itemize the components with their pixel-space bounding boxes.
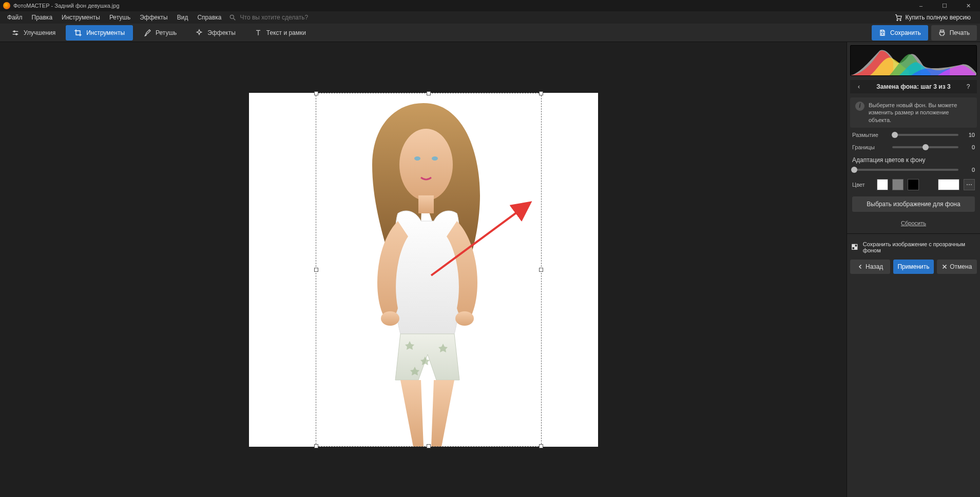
- maximize-button[interactable]: ☐: [933, 0, 956, 11]
- reset-button[interactable]: Сбросить: [852, 218, 975, 228]
- chevron-left-icon: [857, 264, 863, 270]
- svg-rect-21: [855, 244, 857, 247]
- handle-top-center[interactable]: [427, 91, 431, 95]
- tab-text[interactable]: Текст и рамки: [246, 25, 314, 41]
- main-area: ‹ Замена фона: шаг 3 из 3 ? i Выберите н…: [0, 42, 980, 497]
- minimize-icon: –: [919, 3, 923, 9]
- menu-bar: Файл Правка Инструменты Ретушь Эффекты В…: [0, 11, 980, 24]
- handle-middle-right[interactable]: [539, 268, 543, 272]
- right-panel: ‹ Замена фона: шаг 3 из 3 ? i Выберите н…: [847, 42, 980, 497]
- slider-track[interactable]: [892, 146, 958, 148]
- color-picker-button[interactable]: ⋯: [964, 179, 975, 190]
- menu-view[interactable]: Вид: [173, 13, 193, 22]
- handle-bottom-right[interactable]: [539, 444, 543, 448]
- slider-adapt: Адаптация цветов к фону 0: [852, 156, 975, 173]
- cancel-button[interactable]: Отмена: [937, 260, 977, 274]
- swatch-gray[interactable]: [892, 179, 904, 190]
- close-icon: ✕: [966, 3, 971, 9]
- current-color-swatch[interactable]: [938, 179, 959, 190]
- slider-track[interactable]: [892, 134, 958, 136]
- menu-effects[interactable]: Эффекты: [136, 13, 172, 22]
- svg-point-0: [230, 15, 234, 18]
- slider-value: 0: [963, 144, 975, 150]
- svg-line-1: [233, 18, 235, 21]
- save-transparent-button[interactable]: Сохранить изображение с прозрачным фоном: [850, 239, 977, 255]
- handle-bottom-left[interactable]: [314, 444, 318, 448]
- maximize-icon: ☐: [942, 3, 947, 9]
- print-button[interactable]: Печать: [931, 25, 977, 41]
- handle-middle-left[interactable]: [314, 268, 318, 272]
- slider-value: 0: [963, 167, 975, 173]
- slider-thumb[interactable]: [923, 144, 929, 150]
- print-label: Печать: [950, 29, 970, 36]
- menu-file[interactable]: Файл: [3, 13, 27, 22]
- slider-blur: Размытие 10: [852, 132, 975, 138]
- svg-rect-8: [881, 30, 884, 31]
- back-button[interactable]: Назад: [850, 260, 890, 274]
- close-icon: [941, 264, 948, 270]
- histogram[interactable]: [850, 45, 977, 76]
- svg-point-7: [16, 33, 17, 35]
- svg-rect-20: [852, 247, 855, 249]
- svg-point-2: [897, 19, 898, 21]
- selection-box[interactable]: [316, 93, 542, 447]
- menu-tools[interactable]: Инструменты: [57, 13, 104, 22]
- search-icon: [229, 14, 236, 21]
- info-text: Выберите новый фон. Вы можете изменить р…: [869, 102, 972, 124]
- cancel-label: Отмена: [950, 263, 972, 270]
- search-input[interactable]: [239, 13, 342, 22]
- brush-icon: [143, 29, 151, 37]
- svg-point-3: [900, 19, 901, 21]
- slider-edges: Границы 0: [852, 144, 975, 150]
- swatch-white[interactable]: [877, 179, 888, 190]
- save-transparent-label: Сохранить изображение с прозрачным фоном: [863, 241, 976, 253]
- apply-label: Применить: [897, 263, 929, 270]
- tab-tools[interactable]: Инструменты: [66, 25, 133, 41]
- choose-bg-button[interactable]: Выбрать изображение для фона: [852, 196, 975, 212]
- save-button[interactable]: Сохранить: [872, 25, 928, 41]
- slider-label: Адаптация цветов к фону: [852, 156, 975, 164]
- slider-value: 10: [963, 132, 975, 138]
- svg-rect-19: [855, 247, 857, 249]
- window-controls: – ☐ ✕: [909, 0, 980, 11]
- slider-label: Границы: [852, 144, 888, 150]
- crop-icon: [74, 29, 82, 37]
- minimize-button[interactable]: –: [909, 0, 933, 11]
- tab-retouch[interactable]: Ретушь: [135, 25, 185, 41]
- save-icon: [879, 29, 886, 36]
- handle-bottom-center[interactable]: [427, 444, 431, 448]
- tab-label: Инструменты: [86, 29, 125, 36]
- separator: [847, 233, 980, 234]
- canvas[interactable]: [249, 93, 598, 447]
- svg-rect-10: [940, 30, 944, 31]
- tab-effects[interactable]: Эффекты: [187, 25, 244, 41]
- menu-edit[interactable]: Правка: [28, 13, 57, 22]
- swatch-black[interactable]: [908, 179, 919, 190]
- buy-full-button[interactable]: Купить полную версию: [888, 13, 977, 22]
- tab-label: Улучшения: [24, 29, 55, 36]
- handle-top-left[interactable]: [314, 91, 318, 95]
- back-chevron-icon[interactable]: ‹: [854, 83, 863, 90]
- toolbar-right: Сохранить Печать: [872, 25, 977, 41]
- tab-improve[interactable]: Улучшения: [3, 25, 64, 41]
- close-button[interactable]: ✕: [956, 0, 980, 11]
- slider-thumb[interactable]: [851, 167, 857, 173]
- svg-rect-9: [881, 33, 884, 35]
- handle-top-right[interactable]: [539, 91, 543, 95]
- tab-label: Текст и рамки: [266, 29, 306, 36]
- transparency-icon: [851, 243, 859, 251]
- help-button[interactable]: ?: [964, 83, 973, 90]
- title-bar: ФотоМАСТЕР - Задний фон девушка.jpg – ☐ …: [0, 0, 980, 11]
- canvas-area[interactable]: [0, 42, 847, 497]
- menu-help[interactable]: Справка: [193, 13, 225, 22]
- slider-track[interactable]: [852, 169, 958, 171]
- apply-button[interactable]: Применить: [893, 260, 933, 274]
- tab-label: Ретушь: [156, 29, 177, 36]
- controls-group: Размытие 10 Границы 0 Адаптация цветов к…: [850, 132, 977, 228]
- menu-retouch[interactable]: Ретушь: [105, 13, 134, 22]
- slider-thumb[interactable]: [892, 132, 898, 138]
- cart-icon: [894, 13, 902, 22]
- panel-title: Замена фона: шаг 3 из 3: [863, 83, 964, 90]
- print-icon: [938, 29, 946, 36]
- text-icon: [254, 29, 262, 37]
